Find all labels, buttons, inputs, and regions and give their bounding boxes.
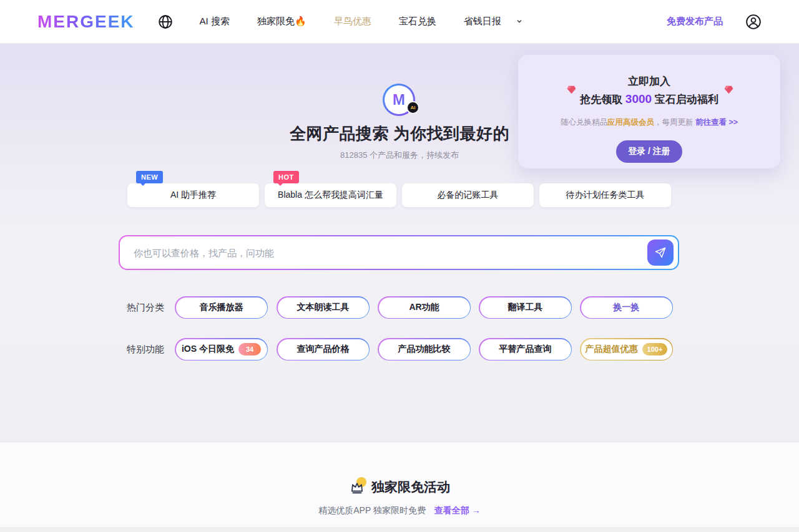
brand-logo[interactable]: MERGEEK [37, 12, 135, 32]
nav-item-early-bird[interactable]: 早鸟优惠 [334, 16, 371, 27]
count-badge: 100+ [642, 343, 668, 355]
gem-icon [724, 85, 733, 94]
nav-links: AI 搜索 独家限免🔥 早鸟优惠 宝石兑换 省钱日报 [200, 16, 522, 27]
app-logo-mark: M AI [383, 84, 415, 116]
suggestion-card[interactable]: 待办计划任务类工具 [539, 183, 671, 207]
crown-icon [349, 479, 365, 495]
category-pill[interactable]: 翻译工具 [479, 296, 572, 319]
feature-pill-ios-free[interactable]: iOS 今日限免34 [175, 338, 268, 360]
gem-amount: 3000 [625, 92, 652, 105]
go-view-link[interactable]: 前往查看 >> [695, 118, 738, 127]
promo-line2: 抢先领取 3000 宝石启动福利 [518, 92, 780, 107]
hot-badge: HOT [273, 171, 299, 183]
globe-icon[interactable] [157, 14, 174, 30]
nav-item-ai-search[interactable]: AI 搜索 [200, 16, 230, 27]
feature-pill-alternatives[interactable]: 平替产品查询 [479, 338, 572, 360]
view-all-link[interactable]: 查看全部 → [434, 505, 481, 515]
refresh-categories-button[interactable]: 换一换 [580, 296, 673, 319]
freebies-title: 独家限免活动 [349, 478, 450, 496]
category-pill[interactable]: AR功能 [378, 296, 471, 319]
logo-letter: M [393, 91, 405, 109]
gem-icon [567, 85, 576, 94]
send-button[interactable] [647, 239, 674, 266]
promo-line1: 立即加入 [518, 74, 780, 89]
paper-plane-icon [654, 246, 667, 259]
nav-item-gem-exchange[interactable]: 宝石兑换 [399, 16, 436, 27]
hero-section: M AI 全网产品搜索 为你找到最好的 812835 个产品和服务，持续发布 立… [0, 44, 799, 442]
feature-pill-compare[interactable]: 产品功能比较 [378, 338, 471, 360]
login-register-button[interactable]: 登录 / 注册 [616, 140, 682, 163]
navbar-right: 免费发布产品 [667, 14, 762, 30]
fire-icon: 🔥 [295, 16, 306, 26]
suggestion-text: AI 助手推荐 [170, 190, 216, 201]
suggestion-text: Blabla 怎么帮我提高词汇量 [278, 190, 383, 201]
publish-product-link[interactable]: 免费发布产品 [667, 16, 723, 27]
search-input[interactable] [120, 236, 678, 269]
suggestion-card[interactable]: HOT Blabla 怎么帮我提高词汇量 [265, 183, 396, 207]
user-avatar-icon[interactable] [745, 14, 762, 30]
search-bar-inner [120, 236, 678, 269]
join-promo-card: 立即加入 抢先领取 3000 宝石启动福利 随心兑换精品应用高级会员，每周更新 … [518, 55, 780, 168]
search-bar [119, 235, 679, 270]
feature-pill-price-check[interactable]: 查询产品价格 [277, 338, 370, 360]
suggestion-card[interactable]: NEW AI 助手推荐 [127, 183, 259, 207]
nav-item-savings-daily[interactable]: 省钱日报 [464, 16, 522, 27]
special-features-label: 特别功能 [127, 344, 164, 355]
navbar: MERGEEK AI 搜索 独家限免🔥 早鸟优惠 宝石兑换 省钱日报 免费发布产… [0, 0, 799, 44]
suggestion-text: 必备的记账工具 [438, 190, 499, 201]
category-pill[interactable]: 文本朗读工具 [277, 296, 370, 319]
suggestion-card[interactable]: 必备的记账工具 [402, 183, 534, 207]
ai-badge: AI [406, 101, 419, 114]
promo-line3: 随心兑换精品应用高级会员，每周更新 前往查看 >> [518, 117, 780, 128]
hot-categories-label: 热门分类 [127, 302, 164, 314]
freebies-subtitle: 精选优质APP 独家限时免费 查看全部 → [0, 505, 799, 516]
nav-item-exclusive-free[interactable]: 独家限免🔥 [257, 16, 306, 27]
new-badge: NEW [136, 171, 163, 183]
freebies-section: 独家限免活动 精选优质APP 独家限时免费 查看全部 → [0, 442, 799, 527]
suggestion-text: 待办计划任务类工具 [566, 190, 645, 201]
chevron-down-icon [516, 18, 522, 24]
feature-pill-deals[interactable]: 产品超值优惠100+ [580, 338, 673, 360]
premium-member-text: 应用高级会员 [607, 118, 654, 127]
footer-strip [0, 527, 799, 532]
count-badge: 34 [238, 343, 261, 355]
category-pill[interactable]: 音乐播放器 [175, 296, 268, 319]
